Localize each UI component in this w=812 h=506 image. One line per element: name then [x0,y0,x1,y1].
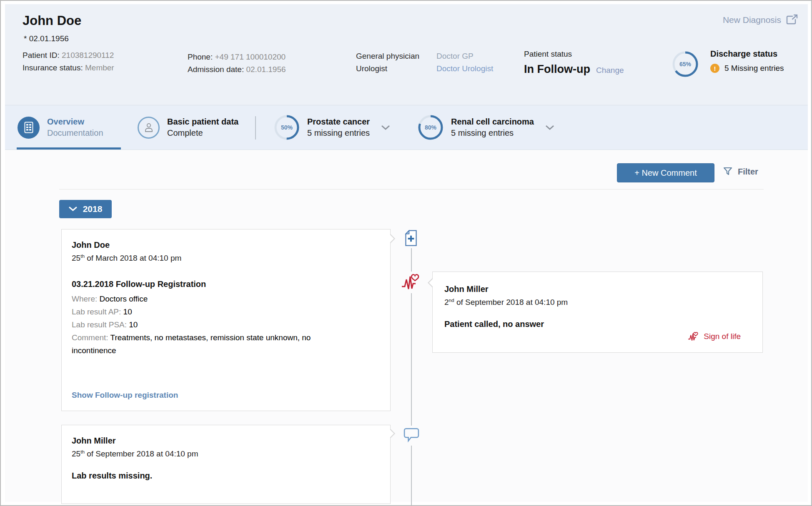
sign-of-life-icon [401,272,420,291]
patient-name: John Doe [23,13,81,28]
tab-renal-cell-carcinoma[interactable]: 80% Renal cell carcinoma 5 missing entri… [418,105,555,150]
patient-id-value: 210381290112 [62,51,114,60]
tab-basic-subtitle: Complete [167,127,238,139]
urologist-label: Urologist [356,62,433,75]
info-group-identity: Patient ID: 210381290112 Insurance statu… [23,49,114,74]
insurance-value: Member [85,63,114,72]
sign-of-life-tag: Sign of life [688,331,741,341]
tab-prostate-subtitle: 5 missing entries [307,127,370,139]
admission-value: 02.01.1956 [246,65,286,74]
new-comment-label: + New Comment [634,168,697,178]
year-label: 2018 [83,204,103,214]
insurance-label: Insurance status: [23,63,83,72]
admission-label: Admission date: [188,65,244,74]
year-group-toggle[interactable]: 2018 [59,200,112,218]
tab-divider [255,116,256,140]
tab-bar: Overview Documentation Basic patient dat… [5,105,808,150]
discharge-percent-label: 65% [679,61,692,67]
gp-value: Doctor GP [436,50,493,62]
tab-prostate-cancer[interactable]: 50% Prostate cancer 5 missing entries [274,105,391,150]
chevron-down-icon [69,207,77,212]
card-body: Lab results missing. [72,471,380,481]
card-field-where: Where: Doctors office [72,292,380,305]
discharge-progress-ring: 65% [672,51,699,77]
prostate-progress-ring: 50% [274,115,300,140]
chevron-down-icon[interactable] [545,125,555,130]
timeline-card-followup: John Doe 25th of March 2018 at 04:10 pm … [61,229,391,411]
patient-record-page: John Doe * 02.01.1956 New Diagnosis Pati… [0,0,812,506]
tab-renal-title: Renal cell carcinoma [451,116,534,127]
card-notch [390,429,395,439]
card-date: 2nd of September 2018 at 04:10 pm [444,297,751,307]
new-diagnosis-button[interactable]: New Diagnosis [723,14,799,26]
chevron-down-icon[interactable] [381,125,391,130]
card-notch [428,278,433,288]
card-author: John Miller [72,436,380,446]
card-date: 25th of March 2018 at 04:10 pm [72,253,380,263]
info-group-physicians: General physician Doctor GP Urologist Do… [356,50,493,75]
active-tab-underline [17,147,121,150]
tab-overview-title: Overview [47,116,103,127]
warning-icon: ! [710,64,719,73]
urologist-value: Doctor Urologist [436,62,493,75]
prostate-percent-label: 50% [281,124,293,131]
filter-label: Filter [738,167,758,177]
documentation-icon [24,122,33,133]
patient-status-value: In Follow-up [524,63,590,75]
card-date: 25th of September 2018 at 04:10 pm [72,449,380,459]
timeline-line [411,293,412,426]
tab-overview-subtitle: Documentation [47,127,103,139]
timeline-card-comment: John Miller 25th of September 2018 at 04… [61,425,391,504]
new-diagnosis-label: New Diagnosis [723,15,781,25]
timeline-line [411,446,412,505]
medical-document-icon [404,230,418,247]
show-followup-link[interactable]: Show Follow-up registration [72,391,178,400]
renal-progress-ring: 80% [418,115,444,140]
discharge-status-title: Discharge status [710,49,784,59]
card-author: John Doe [72,240,380,250]
discharge-missing-entries: 5 Missing entries [724,64,784,73]
tab-basic-title: Basic patient data [167,116,238,127]
patient-status-group: Patient status In Follow-up Change [524,48,624,77]
card-field-comment: Comment: Treatments, no metastases, remi… [72,331,330,357]
gp-label: General physician [356,50,433,62]
phone-value: +49 171 100010200 [215,52,286,61]
filter-button[interactable]: Filter [723,167,758,177]
tab-basic-patient-data[interactable]: Basic patient data Complete [138,105,238,150]
tab-prostate-title: Prostate cancer [307,116,370,127]
timeline-card-sign-of-life: John Miller 2nd of September 2018 at 04:… [432,272,763,353]
tab-renal-subtitle: 5 missing entries [451,127,534,139]
toolbar-divider [59,189,764,189]
tab-overview[interactable]: Overview Documentation [18,105,103,150]
discharge-status-group: Discharge status ! 5 Missing entries [710,49,784,73]
card-body: Patient called, no answer [444,319,751,329]
overview-tab-circle [18,117,40,139]
patient-header: John Doe * 02.01.1956 New Diagnosis Pati… [5,4,808,105]
basic-data-tab-circle [138,117,160,139]
comment-bubble-icon [403,426,419,443]
timeline-line [411,248,412,272]
new-comment-button[interactable]: + New Comment [617,163,714,182]
patient-id-label: Patient ID: [23,51,60,60]
sign-of-life-icon [688,331,699,341]
card-field-lab-ap: Lab result AP: 10 [72,305,380,318]
share-icon [786,14,799,26]
card-notch [390,234,395,244]
card-field-lab-psa: Lab result PSA: 10 [72,318,380,331]
patient-status-label: Patient status [524,48,624,60]
card-title: 03.21.2018 Follow-up Registration [72,279,380,289]
person-icon [143,122,154,133]
renal-percent-label: 80% [425,124,437,131]
info-group-contact: Phone: +49 171 100010200 Admission date:… [188,51,286,76]
phone-label: Phone: [188,52,213,61]
birth-date: * 02.01.1956 [24,34,69,43]
change-status-link[interactable]: Change [596,64,624,77]
funnel-icon [723,167,733,177]
card-author: John Miller [444,284,751,294]
sign-of-life-label: Sign of life [704,332,741,341]
